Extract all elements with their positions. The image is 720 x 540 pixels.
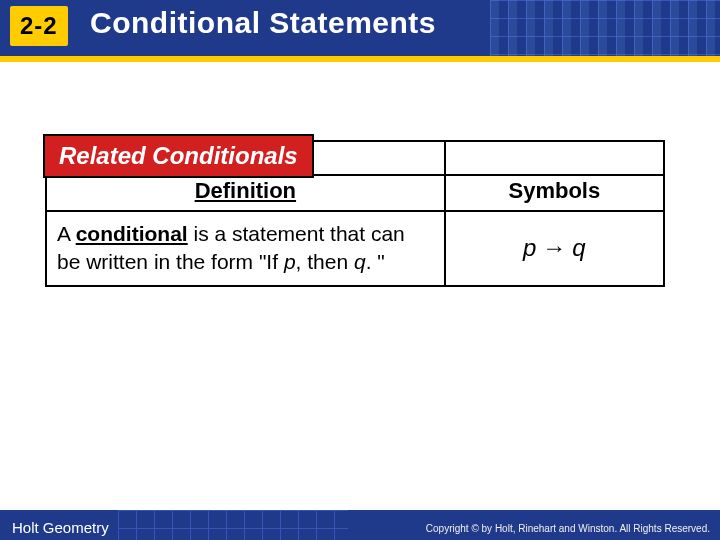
- arrow-icon: →: [542, 234, 566, 262]
- content-area: Related Conditionals Definition Symbols …: [45, 140, 665, 287]
- footer-book-title: Holt Geometry: [12, 519, 109, 536]
- definition-term: conditional: [76, 222, 188, 245]
- definition-suffix: . ": [366, 250, 385, 273]
- copyright-text: Copyright © by Holt, Rinehart and Winsto…: [426, 523, 710, 534]
- definition-prefix: A: [57, 222, 76, 245]
- table-body-row: A conditional is a statement that can be…: [47, 212, 663, 285]
- definition-q: q: [354, 250, 366, 273]
- definition-p: p: [284, 250, 296, 273]
- lesson-number-badge: 2-2: [10, 6, 68, 46]
- header-symbols: Symbols: [446, 140, 663, 212]
- symbol-q: q: [572, 234, 585, 262]
- definition-cell: A conditional is a statement that can be…: [47, 212, 446, 285]
- header-banner: 2-2 Conditional Statements: [0, 0, 720, 56]
- header-underline: [0, 56, 720, 62]
- table-caption: Related Conditionals: [43, 134, 314, 178]
- symbol-p: p: [523, 234, 536, 262]
- symbols-cell: p → q: [446, 212, 663, 285]
- header-symbols-label: Symbols: [509, 178, 601, 203]
- header-title: Conditional Statements: [90, 6, 436, 40]
- header-grid-decoration: [490, 0, 720, 56]
- footer-grid-decoration: [118, 510, 348, 540]
- slide: 2-2 Conditional Statements Related Condi…: [0, 0, 720, 540]
- definition-mid2: , then: [296, 250, 354, 273]
- header-definition-label: Definition: [195, 178, 296, 203]
